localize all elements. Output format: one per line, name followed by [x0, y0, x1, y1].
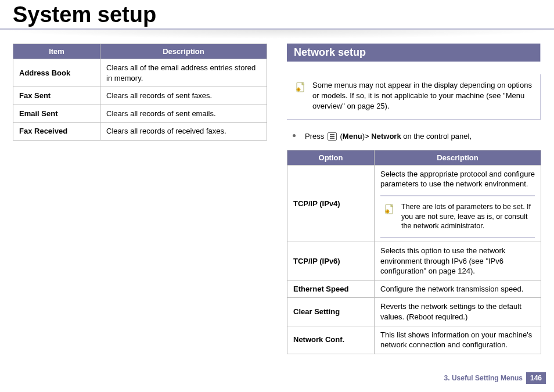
col-desc-header: Description — [375, 150, 541, 165]
row-desc: Clears all of the email address entries … — [100, 59, 267, 87]
note-icon — [295, 81, 307, 112]
table-row: Email Sent Clears all records of sent em… — [13, 105, 267, 123]
table-row: Fax Sent Clears all records of sent faxe… — [13, 87, 267, 105]
row-desc: Reverts the network settings to the defa… — [375, 298, 541, 326]
note-icon — [384, 203, 395, 232]
table-row: Clear Setting Reverts the network settin… — [287, 298, 541, 326]
row-item: Email Sent — [13, 105, 100, 123]
bullet-dot-icon — [293, 134, 296, 137]
table-header-row: Item Description — [13, 44, 267, 59]
table-row: Ethernet Speed Configure the network tra… — [287, 280, 541, 298]
instruction-text: Press (Menu)> Network on the control pan… — [305, 131, 472, 141]
menu-button-icon — [328, 132, 337, 141]
right-column: Network setup Some menus may not appear … — [287, 44, 541, 354]
table-row: TCP/IP (IPv6) Selects this option to use… — [287, 242, 541, 280]
row-desc: Selects this option to use the network e… — [375, 242, 541, 280]
row-desc: Clears all records of sent emails. — [100, 105, 267, 123]
row-desc: Selects the appropriate protocol and con… — [380, 169, 535, 189]
row-desc: This list shows information on your mach… — [375, 326, 541, 354]
network-table: Option Description TCP/IP (IPv4) Selects… — [287, 150, 541, 354]
row-item: TCP/IP (IPv6) — [287, 242, 375, 280]
row-item: Fax Sent — [13, 87, 100, 105]
inline-note-text: There are lots of parameters to be set. … — [401, 202, 533, 232]
table-header-row: Option Description — [287, 150, 541, 165]
row-item: Ethernet Speed — [287, 280, 375, 298]
note-text: Some menus may not appear in the display… — [312, 80, 533, 112]
instruction-line: Press (Menu)> Network on the control pan… — [287, 131, 541, 141]
table-row: Address Book Clears all of the email add… — [13, 59, 267, 87]
row-desc: Clears all records of sent faxes. — [100, 87, 267, 105]
chapter-label: 3. Useful Setting Menus — [444, 374, 523, 382]
page-number: 146 — [526, 372, 546, 384]
content-columns: Item Description Address Book Clears all… — [0, 30, 554, 354]
row-item: TCP/IP (IPv4) — [287, 165, 375, 242]
row-desc: Clears all records of received faxes. — [100, 123, 267, 141]
inline-note: There are lots of parameters to be set. … — [380, 195, 535, 239]
info-note: Some menus may not appear in the display… — [287, 74, 541, 120]
table-row: TCP/IP (IPv4) Selects the appropriate pr… — [287, 165, 541, 242]
section-heading: Network setup — [287, 44, 541, 62]
table-row: Network Conf. This list shows informatio… — [287, 326, 541, 354]
row-item: Clear Setting — [287, 298, 375, 326]
row-item: Fax Received — [13, 123, 100, 141]
page-title: System setup — [0, 0, 554, 30]
row-desc: Configure the network transmission speed… — [375, 280, 541, 298]
col-item-header: Item — [13, 44, 100, 59]
row-item: Address Book — [13, 59, 100, 87]
row-item: Network Conf. — [287, 326, 375, 354]
col-option-header: Option — [287, 150, 375, 165]
left-column: Item Description Address Book Clears all… — [13, 44, 267, 354]
clear-table: Item Description Address Book Clears all… — [13, 44, 267, 141]
page-footer: 3. Useful Setting Menus 146 — [444, 372, 546, 384]
table-row: Fax Received Clears all records of recei… — [13, 123, 267, 141]
row-desc-cell: Selects the appropriate protocol and con… — [375, 165, 541, 242]
col-desc-header: Description — [100, 44, 267, 59]
